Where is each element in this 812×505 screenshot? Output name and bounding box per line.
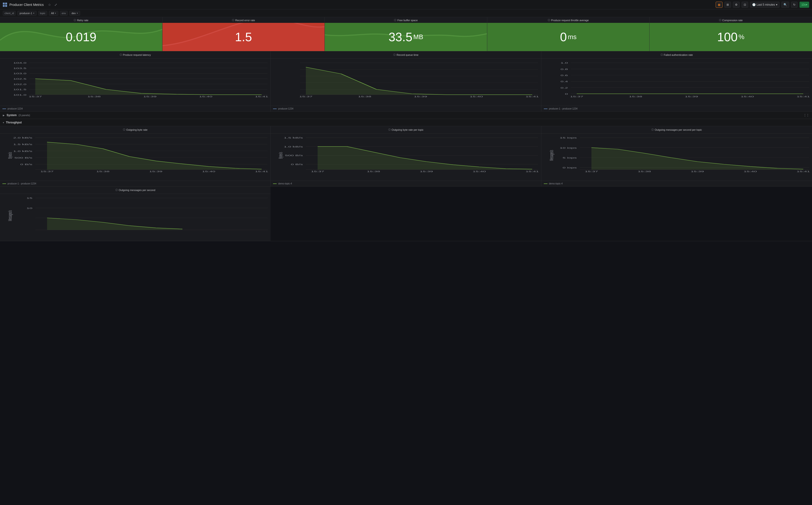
stat-body-free-buffer-space: 33.5 MB — [325, 23, 487, 51]
search-button[interactable]: 🔍 — [781, 2, 789, 8]
refresh-icon: ↻ — [793, 3, 796, 6]
tv-button[interactable]: ⊡ — [742, 2, 748, 8]
chart-view-button[interactable]: ▦ — [716, 2, 723, 8]
settings-button[interactable]: ⚙ — [733, 2, 740, 8]
chart-title-outgoing-byte-rate-per-topic: Outgoing byte rate per topic — [392, 128, 424, 131]
chart-header-outgoing-msg-per-second: ⓘ Outgoing messages per second — [0, 187, 270, 194]
svg-text:15:40: 15:40 — [199, 96, 212, 98]
info-icon[interactable]: ⓘ — [394, 19, 396, 22]
info-icon[interactable]: ⓘ — [116, 188, 118, 192]
env-select[interactable]: dev ▾ — [69, 11, 80, 16]
image-icon: ⊞ — [727, 3, 729, 6]
chart-footer-outgoing-byte-rate-per-topic: demo-topic-4 — [270, 181, 541, 186]
stat-body-retry-rate: 0.019 — [0, 23, 162, 51]
legend-line — [544, 109, 548, 109]
stat-value-record-error-rate: 1.5 — [235, 30, 252, 44]
dashboard-settings-button[interactable]: ⊞ — [725, 2, 731, 8]
chart-footer-record-queue-time: producer:1234 — [270, 106, 541, 112]
chart-body-outgoing-msg-per-second: 15 10 Messages/s — [0, 194, 270, 241]
chevron-down-icon: ▾ — [776, 3, 777, 6]
info-icon[interactable]: ⓘ — [660, 53, 663, 56]
stat-body-record-error-rate: 1.5 — [163, 23, 325, 51]
info-icon[interactable]: ⓘ — [232, 19, 234, 22]
svg-text:15:37: 15:37 — [29, 96, 42, 98]
svg-text:15:38: 15:38 — [96, 171, 110, 173]
section-header-system[interactable]: ▶ System (3 panels) ⋮⋮ — [0, 112, 812, 119]
info-icon[interactable]: ⓘ — [120, 53, 122, 56]
info-icon[interactable]: ⓘ — [719, 19, 721, 22]
svg-text:15:37: 15:37 — [585, 171, 598, 173]
svg-text:15 iops: 15 iops — [560, 137, 577, 139]
chart-row-1: ⓘ Produce request latency 104.0 103.5 10 — [0, 51, 812, 112]
svg-text:15:41: 15:41 — [796, 96, 810, 98]
info-icon[interactable]: ⓘ — [548, 19, 550, 22]
section-header-throughput[interactable]: ▾ Throughput — [0, 119, 812, 126]
svg-text:5 iops: 5 iops — [563, 157, 577, 159]
legend-line — [544, 183, 548, 184]
svg-text:101.0: 101.0 — [13, 94, 26, 96]
svg-text:104.0: 104.0 — [13, 62, 26, 64]
chart-header-outgoing-msg-per-second-per-topic: ⓘ Outgoing messages per second per topic — [542, 126, 812, 134]
section-count-system: (3 panels) — [19, 114, 30, 117]
svg-marker-66 — [47, 142, 262, 170]
chart-title-failed-auth-rate: Failed authentication rate — [664, 53, 693, 56]
share-icon[interactable]: ⤢ — [53, 2, 58, 7]
svg-text:500 B/s: 500 B/s — [14, 157, 32, 159]
svg-text:1.0 kB/s: 1.0 kB/s — [284, 146, 303, 148]
chart-panel-outgoing-byte-rate: ⓘ Outgoing byte rate 2.0 kB/s 1.5 kB/s 1… — [0, 126, 270, 186]
svg-text:1.0 kB/s: 1.0 kB/s — [13, 150, 32, 152]
info-icon[interactable]: ⓘ — [123, 128, 125, 132]
refresh-button[interactable]: ↻ — [791, 2, 798, 8]
client-id-select[interactable]: producer-1 ▾ — [17, 11, 36, 16]
svg-text:15:40: 15:40 — [202, 171, 215, 173]
svg-text:102.0: 102.0 — [13, 83, 26, 85]
time-label: Last 5 minutes — [757, 3, 775, 6]
chart-body-failed-auth-rate: 1.0 0.8 0.6 0.4 0.2 0 15:37 15:38 15:39 … — [542, 59, 812, 106]
chart-title-produce-latency: Produce request latency — [123, 53, 151, 56]
throughput-row: ⓘ Outgoing byte rate 2.0 kB/s 1.5 kB/s 1… — [0, 126, 812, 187]
env-value: dev — [71, 12, 76, 15]
svg-text:500 B/s: 500 B/s — [285, 155, 303, 157]
svg-text:15:37: 15:37 — [40, 171, 54, 173]
svg-text:15:37: 15:37 — [311, 171, 324, 173]
time-range-button[interactable]: 🕐 Last 5 minutes ▾ — [750, 2, 780, 8]
svg-text:2.0 kB/s: 2.0 kB/s — [13, 137, 32, 139]
svg-text:101.5: 101.5 — [13, 89, 26, 91]
chevron-down-icon: ▾ — [55, 12, 56, 14]
app-logo — [3, 3, 7, 7]
info-icon[interactable]: ⓘ — [393, 53, 396, 56]
legend-label: producer-1 - producer:1234 — [549, 108, 578, 110]
chevron-down-icon: ▾ — [806, 3, 807, 6]
stat-value-retry-rate: 0.019 — [66, 30, 96, 44]
svg-text:15:38: 15:38 — [638, 171, 651, 173]
chart-header-outgoing-byte-rate: ⓘ Outgoing byte rate — [0, 126, 270, 134]
topbar: Producer Client Metrics ☆ ⤢ ▦ ⊞ ⚙ ⊡ 🕐 La… — [0, 0, 812, 9]
stat-header-free-buffer-space: ⓘ Free buffer space — [325, 17, 487, 23]
chart-panel-record-queue-time: ⓘ Record queue time 15:37 15:38 15:39 15… — [270, 51, 541, 112]
bottom-chart-row: ⓘ Outgoing messages per second 15 10 Mes… — [0, 187, 812, 241]
section-menu-icon[interactable]: ⋮⋮ — [804, 114, 809, 117]
chart-icon: ▦ — [718, 3, 721, 6]
chart-body-record-queue-time: 15:37 15:38 15:39 15:40 15:41 — [270, 59, 541, 106]
chart-panel-failed-auth-rate: ⓘ Failed authentication rate 1.0 0.8 0.6… — [542, 51, 812, 112]
svg-text:1.0: 1.0 — [561, 62, 568, 64]
refresh-interval-button[interactable]: 10s ▾ — [800, 2, 809, 8]
stat-body-compression-rate: 100 % — [649, 23, 812, 51]
section-title-system: System — [7, 114, 17, 117]
svg-marker-31 — [306, 67, 532, 95]
info-icon[interactable]: ⓘ — [651, 128, 654, 132]
star-icon[interactable]: ☆ — [47, 2, 52, 7]
svg-text:1.5 kB/s: 1.5 kB/s — [284, 137, 303, 139]
chart-panel-produce-latency: ⓘ Produce request latency 104.0 103.5 10 — [0, 51, 270, 112]
info-icon[interactable]: ⓘ — [388, 128, 391, 132]
legend-label: producer-1 - producer:1234 — [8, 182, 36, 185]
stat-value-compression-rate: 100 — [717, 30, 738, 44]
svg-text:15:40: 15:40 — [744, 171, 757, 173]
svg-marker-98 — [591, 148, 803, 170]
main-content: ⓘ Retry rate 0.019 ⓘ Record error rate 1… — [0, 17, 812, 241]
svg-text:1.5 kB/s: 1.5 kB/s — [13, 143, 32, 146]
svg-text:15:41: 15:41 — [255, 96, 268, 98]
topic-select[interactable]: All ▾ — [49, 11, 58, 16]
info-icon[interactable]: ⓘ — [74, 19, 76, 22]
topic-label: topic — [38, 11, 47, 16]
